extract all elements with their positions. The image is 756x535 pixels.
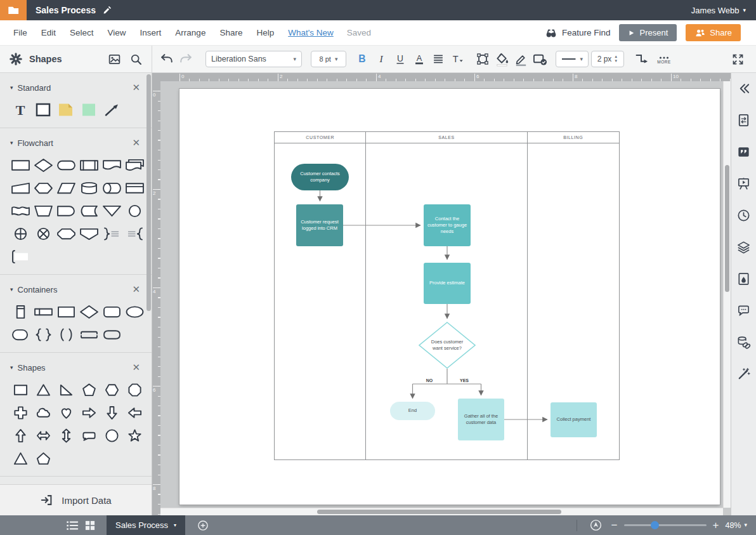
section-collapse-caret[interactable]: ▾ — [10, 364, 13, 371]
zoom-in-button[interactable]: + — [713, 520, 719, 531]
shape-manual-input[interactable] — [9, 176, 32, 199]
shape-sticky-note[interactable] — [77, 98, 100, 121]
close-icon[interactable]: ✕ — [131, 362, 141, 373]
data-linking-button[interactable] — [736, 334, 752, 350]
shape-right-triangle[interactable] — [55, 378, 77, 401]
shape-hexagon[interactable] — [100, 378, 123, 401]
shape-text[interactable]: T — [9, 98, 32, 121]
menu-select[interactable]: Select — [63, 28, 101, 37]
shape-container-rounded[interactable] — [100, 300, 123, 323]
shape-container-diamond[interactable] — [77, 300, 100, 323]
shape-brace-right[interactable] — [100, 222, 123, 245]
zoom-slider[interactable] — [624, 521, 707, 529]
menu-file[interactable]: File — [6, 28, 34, 37]
shape-or-junction[interactable] — [9, 222, 32, 245]
home-folder-button[interactable] — [0, 0, 27, 20]
shape-arrow-up[interactable] — [9, 424, 32, 447]
underline-button[interactable]: U — [392, 51, 408, 67]
menu-share[interactable]: Share — [212, 28, 249, 37]
shape-bracket-note[interactable] — [9, 245, 32, 268]
shape-direct-access-storage[interactable] — [100, 176, 123, 199]
shape-star[interactable] — [123, 424, 146, 447]
font-size-select[interactable]: 8 pt▾ — [311, 51, 346, 67]
shape-triangle[interactable] — [32, 378, 55, 401]
history-button[interactable] — [736, 208, 752, 223]
menu-edit[interactable]: Edit — [34, 28, 63, 37]
shape-data[interactable] — [55, 176, 77, 199]
menu-arrange[interactable]: Arrange — [168, 28, 212, 37]
shape-arrow-down[interactable] — [100, 401, 123, 424]
flow-node-gather[interactable]: Gather all of the customer data — [458, 399, 504, 440]
search-shapes-button[interactable] — [127, 51, 144, 67]
shape-style-button[interactable] — [474, 51, 491, 67]
flow-node-crm[interactable]: Customer request logged into CRM — [296, 204, 343, 246]
bold-button[interactable]: B — [354, 51, 370, 67]
shape-note[interactable] — [55, 98, 77, 121]
shape-round-bracket-frame[interactable] — [100, 323, 123, 346]
shape-pentagon[interactable] — [77, 378, 100, 401]
import-data-button[interactable]: Import Data — [0, 484, 152, 515]
zoom-slider-handle[interactable] — [651, 521, 659, 529]
shape-manual-operation[interactable] — [32, 199, 55, 222]
menu-help[interactable]: Help — [249, 28, 281, 37]
shape-container-ellipse[interactable] — [123, 300, 146, 323]
close-icon[interactable]: ✕ — [131, 82, 141, 93]
shape-swimlane-vertical[interactable] — [9, 300, 32, 323]
flow-node-end[interactable]: End — [390, 402, 435, 420]
text-color-button[interactable]: A — [411, 51, 427, 67]
shape-paper-tape[interactable] — [9, 199, 32, 222]
shape-cloud[interactable] — [32, 401, 55, 424]
section-header[interactable]: ▾ Shapes ✕ — [0, 360, 152, 374]
undo-button[interactable] — [159, 51, 175, 67]
shape-bracket-frame[interactable] — [77, 323, 100, 346]
flow-node-estimate[interactable]: Provide estimate — [424, 263, 471, 304]
section-collapse-caret[interactable]: ▾ — [10, 286, 13, 293]
shape-document[interactable] — [100, 154, 123, 176]
shape-multiple-documents[interactable] — [123, 154, 146, 176]
shape-loop-limit[interactable] — [55, 222, 77, 245]
shape-line-arrow[interactable] — [100, 98, 123, 121]
pan-mode-button[interactable] — [587, 515, 605, 535]
page-list-button[interactable] — [63, 515, 81, 535]
shape-terminator[interactable] — [55, 154, 77, 176]
panel-scrollbar[interactable] — [147, 74, 151, 482]
shape-swimlane-horizontal[interactable] — [32, 300, 55, 323]
whats-new-link[interactable]: What's New — [281, 28, 341, 37]
shape-cross[interactable] — [9, 401, 32, 424]
shape-parentheses[interactable] — [55, 323, 77, 346]
notes-button[interactable] — [736, 144, 752, 159]
fill-color-button[interactable] — [493, 51, 510, 67]
shape-decision[interactable] — [32, 154, 55, 176]
shape-container-rectangle[interactable] — [55, 300, 77, 323]
page-tab[interactable]: Sales Process ▾ — [107, 515, 185, 535]
horizontal-scrollbar[interactable] — [160, 508, 723, 515]
fullscreen-button[interactable] — [729, 51, 746, 67]
shape-heart[interactable] — [55, 401, 77, 424]
shape-merge[interactable] — [100, 199, 123, 222]
redo-button[interactable] — [178, 51, 194, 67]
zoom-out-button[interactable]: − — [611, 520, 618, 531]
shapes-manager-button[interactable] — [8, 51, 24, 67]
shape-preparation[interactable] — [32, 176, 55, 199]
section-header[interactable]: ▾ Containers ✕ — [0, 282, 152, 296]
section-header[interactable]: ▾ Standard ✕ — [0, 81, 152, 95]
section-collapse-caret[interactable]: ▾ — [10, 84, 13, 91]
present-slides-button[interactable] — [736, 176, 752, 191]
flow-node-start[interactable]: Customer contacts company — [291, 164, 349, 190]
shape-brace-left[interactable] — [123, 222, 146, 245]
shape-prism-partial[interactable] — [32, 447, 55, 470]
shape-internal-storage[interactable] — [123, 176, 146, 199]
shape-delay[interactable] — [55, 199, 77, 222]
add-page-button[interactable] — [194, 515, 212, 535]
line-style-select[interactable]: ▾ — [556, 51, 589, 67]
shape-rectangle2[interactable] — [9, 378, 32, 401]
insert-image-button[interactable] — [106, 51, 122, 67]
shape-options-button[interactable] — [531, 51, 548, 67]
shape-curly-braces[interactable] — [32, 323, 55, 346]
shape-arrow-left[interactable] — [123, 401, 146, 424]
more-tools-button[interactable]: MORE — [652, 49, 676, 69]
shape-rectangle[interactable] — [32, 98, 55, 121]
section-header[interactable]: ▾ Flowchart ✕ — [0, 136, 152, 150]
shape-connector[interactable] — [123, 199, 146, 222]
rename-button[interactable] — [102, 6, 112, 15]
